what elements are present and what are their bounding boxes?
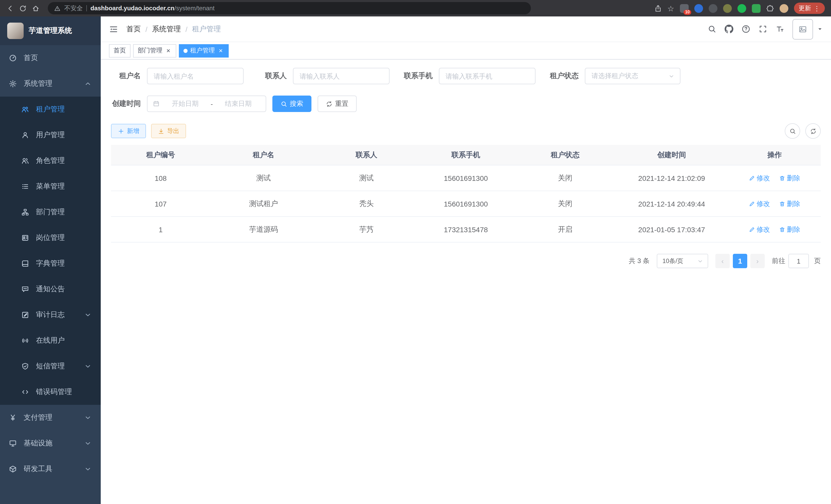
home-icon[interactable]	[32, 4, 39, 12]
col-tenant-name[interactable]: 租户名	[210, 145, 317, 165]
extension-blue-icon[interactable]	[694, 4, 703, 12]
cell-tenant-id: 1	[111, 216, 210, 242]
toolbar-right	[785, 123, 821, 139]
refresh-table-button[interactable]	[805, 123, 821, 139]
user-avatar[interactable]	[793, 19, 813, 39]
delete-link[interactable]: 删除	[779, 173, 800, 183]
table-row[interactable]: 108 测试 测试 15601691300 关闭 2021-12-14 21:0…	[111, 165, 821, 191]
sidebar-item-label: 支付管理	[24, 413, 52, 422]
status-label: 租户状态	[549, 71, 579, 81]
help-icon[interactable]	[742, 25, 750, 33]
close-icon[interactable]: ×	[165, 47, 172, 54]
sidebar-toggle-icon[interactable]	[109, 24, 118, 34]
breadcrumb-home[interactable]: 首页	[126, 24, 141, 34]
col-created[interactable]: 创建时间	[615, 145, 728, 165]
extension-tabs-icon[interactable]: 10	[680, 4, 689, 12]
extensions-puzzle-icon[interactable]	[766, 4, 774, 12]
col-actions: 操作	[728, 145, 821, 165]
sidebar-item-auditlog[interactable]: 审计日志	[0, 302, 101, 328]
page-size-select[interactable]: 10条/页	[657, 254, 708, 268]
caret-down-icon[interactable]	[817, 26, 823, 32]
add-button-label: 新增	[127, 127, 139, 136]
col-tenant-id[interactable]: 租户编号	[111, 145, 210, 165]
sidebar-item-dict[interactable]: 字典管理	[0, 251, 101, 276]
back-icon[interactable]	[6, 4, 14, 12]
sidebar-item-infra[interactable]: 基础设施	[0, 431, 101, 456]
sidebar-item-label: 租户管理	[36, 105, 65, 114]
delete-link[interactable]: 删除	[779, 199, 800, 208]
url-text[interactable]: dashboard.yudao.iocoder.cn/system/tenant	[90, 5, 214, 12]
sidebar-item-system[interactable]: 系统管理	[0, 71, 101, 97]
close-icon[interactable]: ×	[218, 47, 224, 54]
create-time-range-picker[interactable]: 开始日期 - 结束日期	[147, 95, 266, 112]
cell-contact: 芋艿	[317, 216, 416, 242]
profile-avatar[interactable]	[780, 4, 789, 12]
sidebar-item-label: 短信管理	[36, 362, 65, 371]
sidebar-item-user[interactable]: 用户管理	[0, 122, 101, 148]
github-icon[interactable]	[725, 25, 733, 33]
table-row[interactable]: 107 测试租户 秃头 15601691300 关闭 2021-12-14 20…	[111, 191, 821, 216]
table-row[interactable]: 1 芋道源码 芋艿 17321315478 开启 2021-01-05 17:0…	[111, 216, 821, 242]
delete-link[interactable]: 删除	[779, 225, 800, 234]
page-content: 租户名 联系人 联系手机 租户状态 请选择租户状态	[101, 60, 831, 504]
search-button[interactable]: 搜索	[273, 95, 311, 112]
export-button[interactable]: 导出	[151, 124, 186, 138]
font-size-icon[interactable]	[775, 25, 784, 33]
extension-chat-icon[interactable]	[752, 4, 761, 12]
sidebar-item-online[interactable]: 在线用户	[0, 328, 101, 353]
sidebar-item-sms[interactable]: 短信管理	[0, 353, 101, 379]
goto-page-input[interactable]	[789, 254, 809, 268]
reload-icon[interactable]	[19, 4, 27, 12]
prev-page-button[interactable]: ‹	[715, 254, 730, 268]
tab-dept[interactable]: 部门管理 ×	[133, 44, 176, 57]
edit-link[interactable]: 修改	[749, 199, 770, 208]
trash-icon	[779, 175, 785, 181]
browser-menu-dots-icon[interactable]: ⋮	[813, 5, 820, 11]
phone-input[interactable]	[439, 68, 536, 84]
sidebar-item-label: 首页	[24, 53, 38, 63]
sidebar-item-menu[interactable]: 菜单管理	[0, 174, 101, 199]
tab-home[interactable]: 首页	[109, 44, 131, 57]
sidebar-item-label: 岗位管理	[36, 233, 65, 242]
sidebar-item-errorcode[interactable]: 错误码管理	[0, 379, 101, 405]
toggle-search-button[interactable]	[785, 123, 800, 139]
add-button[interactable]: 新增	[111, 124, 146, 138]
star-icon[interactable]: ☆	[667, 4, 674, 12]
sidebar-item-dept[interactable]: 部门管理	[0, 199, 101, 225]
cell-tenant-name: 测试租户	[210, 191, 317, 216]
sidebar-item-devtools[interactable]: 研发工具	[0, 456, 101, 482]
search-icon[interactable]	[708, 25, 716, 33]
sidebar-item-role[interactable]: 角色管理	[0, 148, 101, 174]
fullscreen-icon[interactable]	[758, 25, 767, 33]
tenant-name-input[interactable]	[147, 68, 243, 84]
col-status[interactable]: 租户状态	[515, 145, 615, 165]
chevron-down-icon	[83, 465, 92, 473]
sidebar-item-home[interactable]: 首页	[0, 45, 101, 71]
cell-tenant-name: 芋道源码	[210, 216, 317, 242]
sidebar-item-notice[interactable]: 通知公告	[0, 276, 101, 302]
sidebar-item-payment[interactable]: 支付管理	[0, 405, 101, 431]
reset-button[interactable]: 重置	[318, 95, 357, 112]
share-icon[interactable]	[654, 4, 662, 12]
tab-tenant[interactable]: 租户管理 ×	[179, 44, 229, 57]
col-contact[interactable]: 联系人	[317, 145, 416, 165]
extension-olive-icon[interactable]	[723, 4, 732, 12]
cell-created: 2021-01-05 17:03:47	[615, 216, 728, 242]
tenant-status-select[interactable]: 请选择租户状态	[585, 68, 681, 84]
breadcrumb-system[interactable]: 系统管理	[152, 24, 181, 34]
sidebar-item-tenant[interactable]: 租户管理	[0, 97, 101, 122]
update-button[interactable]: 更新 ⋮	[794, 3, 825, 14]
next-page-button[interactable]: ›	[750, 254, 765, 268]
tenant-name-label: 租户名	[111, 71, 141, 81]
contact-input[interactable]	[293, 68, 390, 84]
edit-link[interactable]: 修改	[749, 173, 770, 183]
logo[interactable]: 芋道管理系统	[0, 17, 101, 45]
extension-check-icon[interactable]	[738, 4, 746, 12]
sidebar-item-post[interactable]: 岗位管理	[0, 225, 101, 251]
extension-globe-icon[interactable]	[709, 4, 717, 12]
current-page-button[interactable]: 1	[733, 254, 747, 268]
edit-link[interactable]: 修改	[749, 225, 770, 234]
col-phone[interactable]: 联系手机	[416, 145, 516, 165]
address-bar[interactable]: 不安全 dashboard.yudao.iocoder.cn/system/te…	[48, 2, 531, 14]
security-label[interactable]: 不安全	[64, 4, 83, 12]
